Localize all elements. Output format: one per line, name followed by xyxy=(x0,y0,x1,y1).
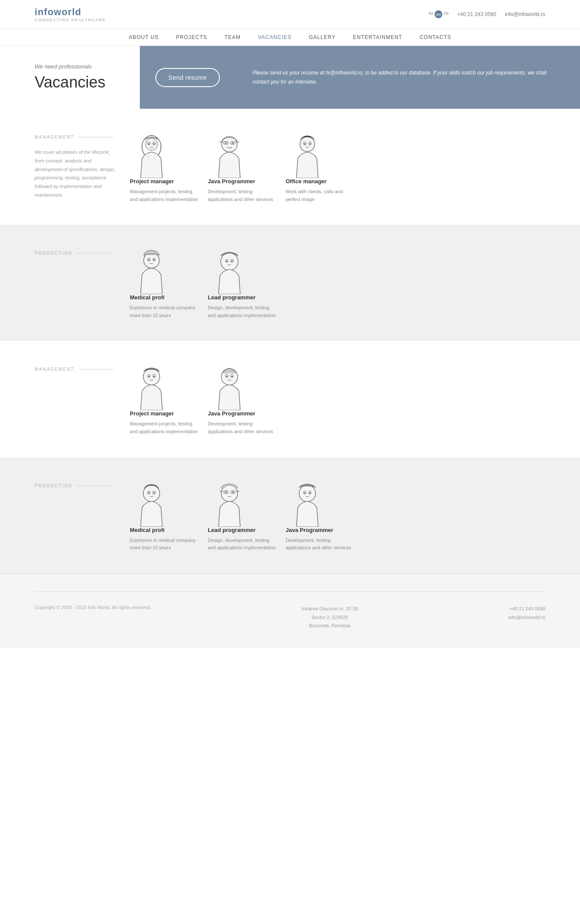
footer-phone: +40 21 243 0590 xyxy=(508,605,545,613)
svg-point-32 xyxy=(154,376,155,377)
svg-point-21 xyxy=(148,259,149,260)
logo: infoworld xyxy=(35,6,106,18)
svg-point-47 xyxy=(232,491,234,493)
job-desc: Management projects, testing and applica… xyxy=(130,420,199,435)
management-label-1: MANAGEMENT xyxy=(35,135,130,139)
job-card: Java Programmer Development, testing app… xyxy=(208,130,277,203)
hero-title: Vacancies xyxy=(35,73,105,91)
avatar-project-manager-2 xyxy=(130,363,173,410)
job-desc: Management projects, testing and applica… xyxy=(130,188,199,203)
production-section-1: PRODUCTION Medical profi Expirience in m… xyxy=(0,225,580,341)
svg-point-50 xyxy=(299,485,316,502)
svg-point-26 xyxy=(226,261,227,262)
svg-point-42 xyxy=(154,492,155,493)
logo-sub: CONNECTING HEALTHCARE xyxy=(35,18,106,22)
nav-entertainment[interactable]: ENTERTAINMENT xyxy=(353,34,403,40)
footer-address-line3: Bucuresti, Romania xyxy=(302,622,358,630)
avatar-java-programmer-3 xyxy=(286,479,329,527)
job-card: Project manager Management projects, tes… xyxy=(130,130,199,203)
management-label-2: MANAGEMENT xyxy=(35,367,130,372)
nav-about[interactable]: ABOUT US xyxy=(129,34,158,40)
avatar-lead-programmer-1 xyxy=(208,246,251,294)
svg-point-53 xyxy=(304,492,305,493)
nav-vacancies[interactable]: VACANCIES xyxy=(258,34,291,40)
svg-point-22 xyxy=(154,259,155,260)
job-card: Medical profi Expirience in medical comp… xyxy=(130,479,199,552)
job-card: Office manager Work with clients, calls … xyxy=(286,130,355,203)
svg-point-46 xyxy=(226,491,227,493)
job-desc: Expirience in medical company more than … xyxy=(130,537,199,552)
footer-address: Intrarea Glucozel nr. 37-39 Sector 2, 02… xyxy=(302,605,358,630)
management-jobs-1: Project manager Management projects, tes… xyxy=(130,130,545,203)
svg-point-1 xyxy=(145,138,158,150)
job-desc: Development, testing applications and ot… xyxy=(208,188,277,203)
lang-ro[interactable]: ro xyxy=(444,10,448,18)
hero-left: We need professionals Vacancies xyxy=(0,46,140,109)
avatar-lead-programmer-2 xyxy=(208,479,251,527)
svg-point-37 xyxy=(232,376,232,377)
management-section-1: MANAGEMENT We cover all phases of the li… xyxy=(0,109,580,225)
job-title: Office manager xyxy=(286,178,327,185)
footer-address-line2: Sector 2, 023828 xyxy=(302,613,358,622)
header: infoworld CONNECTING HEALTHCARE ru en ro… xyxy=(0,0,580,29)
job-desc: Development, testing applications and ot… xyxy=(208,420,277,435)
job-desc: Work with clients, calls and perfect ima… xyxy=(286,188,355,203)
avatar-office-manager xyxy=(286,130,329,178)
job-card: Lead programmer Design, development, tes… xyxy=(208,246,277,319)
avatar-java-programmer-2 xyxy=(208,363,251,410)
job-card: Java Programmer Development, testing app… xyxy=(286,479,355,552)
job-desc: Design, development, testing and applica… xyxy=(208,537,277,552)
management-desc-1: We cover all phases of the lifecycle, fr… xyxy=(35,148,117,200)
production-label-1: PRODUCTION xyxy=(35,251,130,256)
production-jobs-2: Medical profi Expirience in medical comp… xyxy=(130,479,545,552)
job-title: Medical profi xyxy=(130,294,164,301)
nav-projects[interactable]: PROJECTS xyxy=(176,34,207,40)
nav-gallery[interactable]: GALLERY xyxy=(309,34,335,40)
production-jobs-1: Medical profi Expirience in medical comp… xyxy=(130,246,545,319)
svg-point-23 xyxy=(221,253,238,270)
footer-bottom: Copyright © 2000 - 2015 Info World. All … xyxy=(35,605,545,630)
svg-point-16 xyxy=(304,143,305,144)
lang-ru[interactable]: ru xyxy=(429,10,433,18)
job-card: Lead programmer Design, development, tes… xyxy=(208,479,277,552)
footer-divider xyxy=(35,591,545,592)
job-desc: Expirience in medical company more than … xyxy=(130,304,199,319)
nav-team[interactable]: TEAM xyxy=(225,34,241,40)
job-card: Project manager Management projects, tes… xyxy=(130,363,199,435)
main-nav: ABOUT US PROJECTS TEAM VACANCIES GALLERY… xyxy=(0,29,580,46)
avatar-medical-profi-2 xyxy=(130,479,173,527)
job-desc: Development, testing applications and ot… xyxy=(286,537,355,552)
footer-address-line1: Intrarea Glucozel nr. 37-39 xyxy=(302,605,358,613)
footer-copyright: Copyright © 2000 - 2015 Info World. All … xyxy=(35,605,151,610)
job-title: Lead programmer xyxy=(208,527,256,533)
section-label-area-3: MANAGEMENT xyxy=(35,363,130,372)
svg-point-5 xyxy=(154,143,155,144)
svg-point-31 xyxy=(148,376,149,377)
job-title: Java Programmer xyxy=(208,178,255,185)
avatar-project-manager xyxy=(130,130,173,178)
svg-point-17 xyxy=(309,143,310,144)
header-phone: +40 21 243 0590 xyxy=(457,11,496,17)
footer: Copyright © 2000 - 2015 Info World. All … xyxy=(0,574,580,648)
lang-en[interactable]: en xyxy=(435,10,442,18)
svg-point-36 xyxy=(226,376,227,377)
hero-description: Please send us your resume at hr@infowor… xyxy=(252,68,563,86)
hero-section: We need professionals Vacancies Send res… xyxy=(0,46,580,109)
footer-contact: +40 21 243 0590 info@infoworld.ro xyxy=(508,605,545,622)
job-title: Java Programmer xyxy=(208,410,255,417)
section-label-area-4: PRODUCTION xyxy=(35,479,130,488)
management-section-2: MANAGEMENT Project manager Management pr… xyxy=(0,341,580,457)
section-label-area-1: MANAGEMENT We cover all phases of the li… xyxy=(35,130,130,200)
hero-center: Send resume xyxy=(140,46,235,109)
logo-area: infoworld CONNECTING HEALTHCARE xyxy=(35,6,106,22)
avatar-medical-profi-1 xyxy=(130,246,173,294)
send-resume-button[interactable]: Send resume xyxy=(155,68,220,87)
svg-point-4 xyxy=(148,143,149,144)
job-title: Lead programmer xyxy=(208,294,256,301)
header-email: info@infoworld.ro xyxy=(505,11,545,17)
production-label-2: PRODUCTION xyxy=(35,483,130,488)
job-title: Project manager xyxy=(130,178,174,185)
nav-contacts[interactable]: CONTACTS xyxy=(419,34,451,40)
section-label-area-2: PRODUCTION xyxy=(35,246,130,256)
management-jobs-2: Project manager Management projects, tes… xyxy=(130,363,545,435)
